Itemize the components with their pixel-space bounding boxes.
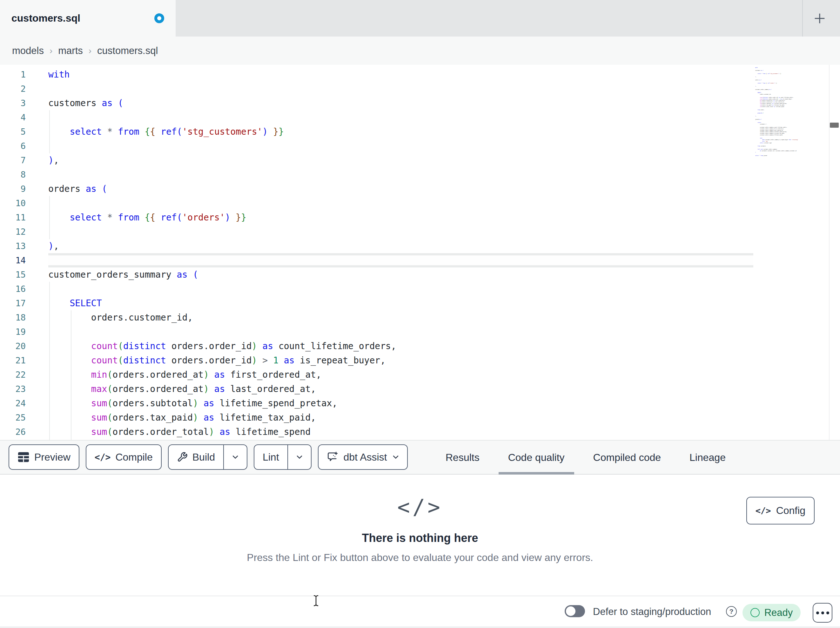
status-bar: Defer to staging/production ? Ready xyxy=(0,596,840,626)
line-number: 24 xyxy=(0,396,26,410)
breadcrumb-item-marts[interactable]: marts xyxy=(58,45,83,57)
lint-dropdown-button[interactable] xyxy=(287,445,311,469)
assist-dropdown[interactable] xyxy=(389,445,407,469)
code-icon: </> xyxy=(756,506,771,516)
breadcrumb-bar: models›marts›customers.sql Save xyxy=(0,36,840,65)
breadcrumb-item-customers-sql[interactable]: customers.sql xyxy=(97,45,158,57)
preview-button[interactable]: Preview xyxy=(9,445,79,470)
code-line-14[interactable]: 14 xyxy=(0,253,753,267)
empty-state-subtitle: Press the Lint or Fix button above to ev… xyxy=(0,552,840,563)
code-line-13[interactable]: 13), xyxy=(0,239,753,253)
dot xyxy=(826,612,829,614)
build-button[interactable]: Build xyxy=(169,445,223,469)
dbt-assist-button[interactable]: dbt Assist xyxy=(318,445,408,470)
code-line-7[interactable]: 7), xyxy=(0,153,753,168)
build-button-label: Build xyxy=(193,451,215,463)
code-line-22[interactable]: 22 min(orders.ordered_at) as first_order… xyxy=(0,367,753,382)
tab-compiled-code[interactable]: Compiled code xyxy=(584,441,670,475)
build-dropdown-button[interactable] xyxy=(223,445,247,469)
dbt-ide-window: customers.sql models›marts›customers.sql… xyxy=(0,0,840,628)
tab-customers-sql[interactable]: customers.sql xyxy=(0,0,175,36)
tab-lineage[interactable]: Lineage xyxy=(680,441,735,475)
code-line-24[interactable]: 24 sum(orders.subtotal) as lifetime_spen… xyxy=(0,396,753,410)
overview-ruler-marker[interactable] xyxy=(830,123,839,128)
code-line-5[interactable]: 5 select * from {{ ref('stg_customers') … xyxy=(0,125,753,139)
code-line-12[interactable]: 12 xyxy=(0,225,753,239)
tab-bar-divider xyxy=(802,0,803,36)
line-number: 6 xyxy=(0,139,26,153)
line-number: 16 xyxy=(0,282,26,296)
line-number: 5 xyxy=(0,125,26,139)
assist-chat-icon xyxy=(327,451,339,463)
code-line-8[interactable]: 8 xyxy=(0,168,753,182)
line-number: 17 xyxy=(0,296,26,310)
line-number: 13 xyxy=(0,239,26,253)
results-panel-tabs: ResultsCode qualityCompiled codeLineage xyxy=(436,441,735,475)
code-line-18[interactable]: 18 orders.customer_id, xyxy=(0,310,753,325)
status-badge-label: Ready xyxy=(764,607,793,619)
minimap-content: with customers as ( select * from {{ ref… xyxy=(755,67,763,156)
preview-button-label: Preview xyxy=(34,451,71,463)
plus-icon xyxy=(812,11,827,26)
line-number: 12 xyxy=(0,225,26,239)
code-line-2[interactable]: 2 xyxy=(0,82,753,96)
more-options-button[interactable] xyxy=(813,603,832,623)
code-line-17[interactable]: 17 SELECT xyxy=(0,296,753,310)
breadcrumb-separator: › xyxy=(88,46,92,56)
assist-button-label: dbt Assist xyxy=(344,451,387,463)
code-line-25[interactable]: 25 sum(orders.tax_paid) as lifetime_tax_… xyxy=(0,410,753,425)
line-number: 19 xyxy=(0,325,26,339)
wrench-icon xyxy=(177,452,188,462)
help-icon[interactable]: ? xyxy=(726,606,737,617)
code-line-10[interactable]: 10 xyxy=(0,196,753,210)
code-line-21[interactable]: 21 count(distinct orders.order_id) > 1 a… xyxy=(0,353,753,367)
code-line-4[interactable]: 4 xyxy=(0,110,753,125)
line-number: 1 xyxy=(0,67,26,82)
config-button-label: Config xyxy=(776,505,806,517)
code-line-20[interactable]: 20 count(distinct orders.order_id) as co… xyxy=(0,339,753,353)
code-icon: </> xyxy=(0,495,840,519)
code-editor[interactable]: 1with23customers as (45 select * from {{… xyxy=(0,65,840,440)
dot xyxy=(816,612,819,614)
lint-button[interactable]: Lint xyxy=(254,445,287,469)
breadcrumb: models›marts›customers.sql xyxy=(12,36,158,65)
code-line-3[interactable]: 3customers as ( xyxy=(0,96,753,110)
code-line-15[interactable]: 15customer_orders_summary as ( xyxy=(0,267,753,282)
code-line-26[interactable]: 26 sum(orders.order_total) as lifetime_s… xyxy=(0,425,753,439)
toolbar-actions: Preview </> Compile Build xyxy=(9,445,408,470)
chevron-down-icon xyxy=(391,452,400,462)
new-tab-button[interactable] xyxy=(810,9,829,28)
line-number: 3 xyxy=(0,96,26,110)
code-line-11[interactable]: 11 select * from {{ ref('orders') }} xyxy=(0,210,753,225)
compile-button[interactable]: </> Compile xyxy=(86,445,162,470)
line-number: 25 xyxy=(0,410,26,425)
code-line-9[interactable]: 9orders as ( xyxy=(0,182,753,196)
config-button[interactable]: </> Config xyxy=(746,497,815,524)
line-number: 23 xyxy=(0,382,26,396)
unsaved-changes-icon xyxy=(154,13,164,23)
editor-tab-bar: customers.sql xyxy=(0,0,840,36)
code-line-16[interactable]: 16 xyxy=(0,282,753,296)
dot xyxy=(821,612,824,614)
breadcrumb-separator: › xyxy=(49,46,52,56)
tab-results[interactable]: Results xyxy=(436,441,489,475)
line-number: 10 xyxy=(0,196,26,210)
defer-toggle[interactable] xyxy=(565,605,585,617)
code-line-6[interactable]: 6 xyxy=(0,139,753,153)
bottom-strip xyxy=(0,626,840,628)
tab-title: customers.sql xyxy=(11,13,154,24)
breadcrumb-item-models[interactable]: models xyxy=(12,45,44,57)
code-line-23[interactable]: 23 max(orders.ordered_at) as last_ordere… xyxy=(0,382,753,396)
line-number: 20 xyxy=(0,339,26,353)
code-line-1[interactable]: 1with xyxy=(0,67,753,82)
line-number: 18 xyxy=(0,310,26,325)
results-panel: </> There is nothing here Press the Lint… xyxy=(0,475,840,596)
code-line-19[interactable]: 19 xyxy=(0,325,753,339)
empty-state-title: There is nothing here xyxy=(0,532,840,545)
tab-code-quality[interactable]: Code quality xyxy=(499,441,574,475)
line-number: 22 xyxy=(0,367,26,382)
minimap[interactable]: with customers as ( select * from {{ ref… xyxy=(755,67,829,438)
line-number: 14 xyxy=(0,253,26,267)
line-number: 7 xyxy=(0,153,26,168)
line-number: 21 xyxy=(0,353,26,367)
